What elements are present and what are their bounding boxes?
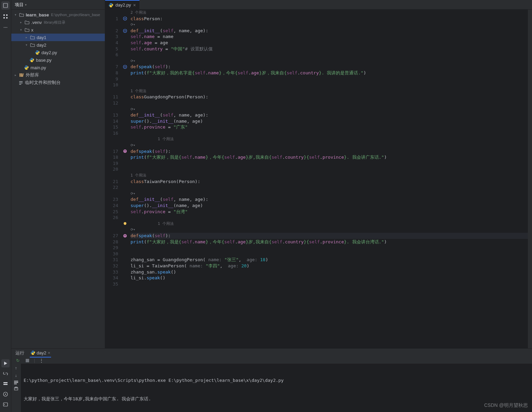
console-output[interactable]: E:\python_project\learn_base\.venv\Scrip… (21, 364, 532, 412)
gutter-icons (122, 10, 128, 348)
tree-hint: library根目录 (44, 20, 65, 25)
svg-marker-5 (4, 362, 7, 365)
close-icon[interactable]: × (133, 2, 136, 8)
down-icon[interactable]: ↓ (15, 373, 17, 379)
tree-label: day2 (37, 43, 46, 48)
right-margin (528, 10, 532, 348)
tree-label: .venv (31, 20, 42, 25)
tree-path-hint: E:\python_project\learn_base (51, 13, 100, 17)
folder-icon (30, 35, 35, 40)
left-toolbar: ⋯ (0, 0, 11, 412)
tree-basepy[interactable]: base.py (11, 56, 105, 64)
code-editor[interactable]: 1234567891011121314151617181920212223242… (105, 10, 532, 348)
editor-pane: day2.py × 123456789101112131415161718192… (105, 0, 532, 348)
tab-day2[interactable]: day2.py × (105, 0, 139, 9)
tree-label: 临时文件和控制台 (25, 80, 61, 86)
tree-label: base.py (36, 58, 52, 63)
svg-point-9 (5, 394, 6, 395)
folder-icon (19, 12, 24, 17)
tree-extlib[interactable]: ▸ 外部库 (11, 71, 105, 79)
tree-label: day2.py (41, 50, 57, 55)
more-tool-icon[interactable]: ⋯ (1, 23, 10, 32)
project-tree: ▾ learn_base E:\python_project\learn_bas… (11, 10, 105, 88)
chevron-right-icon: ▸ (19, 20, 23, 24)
chevron-right-icon: ▸ (24, 35, 28, 39)
svg-rect-7 (3, 384, 8, 385)
console: ↑ ↓ E:\python_project\learn_base\.venv\S… (11, 364, 532, 412)
folder-icon (30, 42, 35, 48)
console-line: 大家好，我是张三，今年18岁,我来自中国广东. 我会讲广东话. (24, 396, 529, 402)
project-sidebar: 项目 ▾ ▾ learn_base E:\python_project\lear… (11, 0, 105, 348)
tree-label: learn_base (26, 12, 49, 17)
tree-label: main.py (30, 65, 46, 70)
tab-label: day2.py (115, 2, 131, 8)
scratch-icon (18, 80, 24, 85)
chevron-right-icon: ▸ (13, 73, 17, 77)
tree-day2[interactable]: ▾ day2 (11, 41, 105, 49)
chevron-down-icon: ▾ (25, 3, 27, 7)
services-tool-icon[interactable] (1, 380, 10, 388)
svg-rect-25 (14, 384, 17, 384)
more-icon[interactable]: ⋮ (38, 358, 45, 364)
console-line: E:\python_project\learn_base\.venv\Scrip… (24, 377, 529, 384)
python-console-icon[interactable] (1, 369, 10, 378)
python-file-icon (35, 50, 40, 55)
tree-day1[interactable]: ▸ day1 (11, 34, 105, 41)
svg-rect-4 (6, 17, 8, 19)
line-numbers-gutter: 1234567891011121314151617181920212223242… (105, 10, 122, 348)
library-icon (19, 72, 24, 78)
svg-rect-15 (19, 83, 23, 83)
sidebar-title: 项目 (15, 2, 24, 8)
problems-tool-icon[interactable] (1, 390, 10, 398)
tree-venv[interactable]: ▸ .venv library根目录 (11, 19, 105, 26)
svg-rect-22 (26, 359, 29, 362)
stop-icon[interactable] (24, 358, 30, 364)
tree-day2py[interactable]: day2.py (11, 49, 105, 56)
code-content[interactable]: 2 个用法class Person: ⟳▾ def __init__(self,… (128, 10, 528, 348)
print-icon[interactable] (14, 386, 18, 391)
run-toolbar: ↻ | ⋮ (11, 358, 532, 364)
terminal-tool-icon[interactable] (1, 400, 10, 409)
bottom-panel-tabs: 运行 day2 × (11, 349, 532, 358)
chevron-down-icon: ▾ (19, 28, 23, 32)
wrap-icon[interactable] (14, 380, 18, 385)
run-tab-label[interactable]: 运行 (15, 349, 25, 358)
svg-rect-14 (19, 81, 23, 82)
svg-rect-3 (6, 14, 8, 16)
tree-mainpy[interactable]: main.py (11, 64, 105, 71)
tree-root[interactable]: ▾ learn_base E:\python_project\learn_bas… (11, 11, 105, 19)
svg-rect-11 (20, 73, 21, 77)
svg-rect-6 (3, 382, 8, 383)
project-tool-icon[interactable] (1, 1, 10, 10)
tree-x[interactable]: ▾ x (11, 26, 105, 34)
folder-icon (24, 27, 30, 33)
svg-rect-24 (14, 382, 18, 383)
run-config-tab[interactable]: day2 × (30, 349, 51, 358)
python-file-icon (109, 3, 113, 8)
console-gutter: ↑ ↓ (11, 364, 21, 412)
tree-label: 外部库 (26, 72, 39, 78)
svg-rect-23 (14, 381, 18, 381)
svg-rect-10 (3, 403, 8, 406)
sidebar-header[interactable]: 项目 ▾ (11, 0, 105, 10)
svg-rect-1 (3, 14, 5, 16)
tree-scratch[interactable]: 临时文件和控制台 (11, 79, 105, 86)
close-icon[interactable]: × (48, 350, 50, 355)
editor-tabs: day2.py × (105, 0, 532, 10)
run-config-name: day2 (37, 350, 46, 355)
svg-rect-13 (22, 73, 24, 77)
tree-label: x (31, 27, 34, 33)
python-file-icon (30, 350, 35, 355)
run-panel: 运行 day2 × ↻ | ⋮ ↑ ↓ E:\python_project\le… (11, 348, 532, 412)
svg-rect-16 (19, 84, 21, 85)
python-file-icon (24, 65, 29, 70)
svg-rect-12 (21, 73, 22, 77)
rerun-icon[interactable]: ↻ (15, 358, 21, 364)
run-tool-icon[interactable] (1, 359, 10, 367)
chevron-down-icon: ▾ (13, 13, 17, 17)
python-file-icon (29, 57, 35, 63)
up-icon[interactable]: ↑ (15, 365, 17, 371)
structure-tool-icon[interactable] (1, 12, 10, 21)
folder-icon (24, 20, 30, 25)
svg-rect-0 (3, 3, 8, 8)
